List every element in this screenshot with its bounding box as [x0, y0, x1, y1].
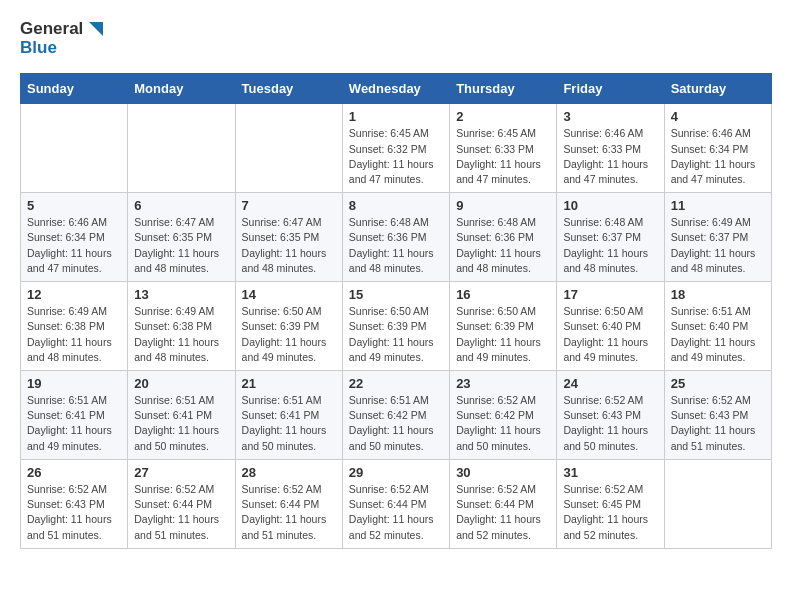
calendar-cell: 28Sunrise: 6:52 AM Sunset: 6:44 PM Dayli…	[235, 459, 342, 548]
day-info: Sunrise: 6:52 AM Sunset: 6:44 PM Dayligh…	[242, 482, 336, 543]
day-number: 21	[242, 376, 336, 391]
calendar-cell	[21, 104, 128, 193]
day-info: Sunrise: 6:49 AM Sunset: 6:38 PM Dayligh…	[27, 304, 121, 365]
calendar-cell	[235, 104, 342, 193]
day-number: 14	[242, 287, 336, 302]
logo-blue-text: Blue	[20, 39, 103, 58]
calendar-cell: 27Sunrise: 6:52 AM Sunset: 6:44 PM Dayli…	[128, 459, 235, 548]
calendar-week-row: 26Sunrise: 6:52 AM Sunset: 6:43 PM Dayli…	[21, 459, 772, 548]
day-number: 11	[671, 198, 765, 213]
calendar-cell: 22Sunrise: 6:51 AM Sunset: 6:42 PM Dayli…	[342, 371, 449, 460]
logo-triangle-icon	[85, 20, 103, 38]
day-info: Sunrise: 6:50 AM Sunset: 6:39 PM Dayligh…	[456, 304, 550, 365]
day-info: Sunrise: 6:52 AM Sunset: 6:42 PM Dayligh…	[456, 393, 550, 454]
calendar-cell: 7Sunrise: 6:47 AM Sunset: 6:35 PM Daylig…	[235, 193, 342, 282]
logo-general-text: General	[20, 20, 83, 39]
day-number: 27	[134, 465, 228, 480]
day-number: 4	[671, 109, 765, 124]
calendar-cell: 9Sunrise: 6:48 AM Sunset: 6:36 PM Daylig…	[450, 193, 557, 282]
weekday-header-cell: Saturday	[664, 74, 771, 104]
day-info: Sunrise: 6:51 AM Sunset: 6:41 PM Dayligh…	[27, 393, 121, 454]
day-info: Sunrise: 6:48 AM Sunset: 6:36 PM Dayligh…	[456, 215, 550, 276]
calendar-cell	[664, 459, 771, 548]
day-info: Sunrise: 6:51 AM Sunset: 6:42 PM Dayligh…	[349, 393, 443, 454]
calendar-cell: 4Sunrise: 6:46 AM Sunset: 6:34 PM Daylig…	[664, 104, 771, 193]
calendar-cell: 17Sunrise: 6:50 AM Sunset: 6:40 PM Dayli…	[557, 282, 664, 371]
calendar-week-row: 1Sunrise: 6:45 AM Sunset: 6:32 PM Daylig…	[21, 104, 772, 193]
calendar-cell: 26Sunrise: 6:52 AM Sunset: 6:43 PM Dayli…	[21, 459, 128, 548]
calendar-cell: 15Sunrise: 6:50 AM Sunset: 6:39 PM Dayli…	[342, 282, 449, 371]
day-info: Sunrise: 6:50 AM Sunset: 6:39 PM Dayligh…	[349, 304, 443, 365]
day-number: 3	[563, 109, 657, 124]
day-info: Sunrise: 6:51 AM Sunset: 6:40 PM Dayligh…	[671, 304, 765, 365]
calendar-cell: 18Sunrise: 6:51 AM Sunset: 6:40 PM Dayli…	[664, 282, 771, 371]
day-number: 1	[349, 109, 443, 124]
day-number: 26	[27, 465, 121, 480]
day-info: Sunrise: 6:45 AM Sunset: 6:32 PM Dayligh…	[349, 126, 443, 187]
day-info: Sunrise: 6:50 AM Sunset: 6:40 PM Dayligh…	[563, 304, 657, 365]
day-info: Sunrise: 6:52 AM Sunset: 6:44 PM Dayligh…	[349, 482, 443, 543]
day-number: 17	[563, 287, 657, 302]
logo: General Blue	[20, 20, 103, 57]
calendar-cell: 25Sunrise: 6:52 AM Sunset: 6:43 PM Dayli…	[664, 371, 771, 460]
day-info: Sunrise: 6:52 AM Sunset: 6:44 PM Dayligh…	[456, 482, 550, 543]
day-number: 16	[456, 287, 550, 302]
calendar-week-row: 5Sunrise: 6:46 AM Sunset: 6:34 PM Daylig…	[21, 193, 772, 282]
calendar-cell: 12Sunrise: 6:49 AM Sunset: 6:38 PM Dayli…	[21, 282, 128, 371]
day-number: 18	[671, 287, 765, 302]
day-number: 31	[563, 465, 657, 480]
day-number: 15	[349, 287, 443, 302]
day-number: 5	[27, 198, 121, 213]
day-number: 19	[27, 376, 121, 391]
day-number: 12	[27, 287, 121, 302]
day-number: 10	[563, 198, 657, 213]
day-number: 13	[134, 287, 228, 302]
calendar-cell: 23Sunrise: 6:52 AM Sunset: 6:42 PM Dayli…	[450, 371, 557, 460]
weekday-header-cell: Sunday	[21, 74, 128, 104]
calendar-cell: 29Sunrise: 6:52 AM Sunset: 6:44 PM Dayli…	[342, 459, 449, 548]
day-number: 29	[349, 465, 443, 480]
day-number: 30	[456, 465, 550, 480]
calendar-cell: 24Sunrise: 6:52 AM Sunset: 6:43 PM Dayli…	[557, 371, 664, 460]
day-number: 8	[349, 198, 443, 213]
day-number: 2	[456, 109, 550, 124]
calendar-week-row: 12Sunrise: 6:49 AM Sunset: 6:38 PM Dayli…	[21, 282, 772, 371]
weekday-header-cell: Thursday	[450, 74, 557, 104]
calendar-cell: 30Sunrise: 6:52 AM Sunset: 6:44 PM Dayli…	[450, 459, 557, 548]
day-number: 7	[242, 198, 336, 213]
day-number: 9	[456, 198, 550, 213]
day-info: Sunrise: 6:48 AM Sunset: 6:37 PM Dayligh…	[563, 215, 657, 276]
day-info: Sunrise: 6:52 AM Sunset: 6:43 PM Dayligh…	[27, 482, 121, 543]
calendar-cell	[128, 104, 235, 193]
day-info: Sunrise: 6:46 AM Sunset: 6:34 PM Dayligh…	[27, 215, 121, 276]
calendar-week-row: 19Sunrise: 6:51 AM Sunset: 6:41 PM Dayli…	[21, 371, 772, 460]
calendar-cell: 16Sunrise: 6:50 AM Sunset: 6:39 PM Dayli…	[450, 282, 557, 371]
calendar-cell: 6Sunrise: 6:47 AM Sunset: 6:35 PM Daylig…	[128, 193, 235, 282]
day-info: Sunrise: 6:50 AM Sunset: 6:39 PM Dayligh…	[242, 304, 336, 365]
calendar-cell: 20Sunrise: 6:51 AM Sunset: 6:41 PM Dayli…	[128, 371, 235, 460]
day-info: Sunrise: 6:47 AM Sunset: 6:35 PM Dayligh…	[242, 215, 336, 276]
calendar-cell: 31Sunrise: 6:52 AM Sunset: 6:45 PM Dayli…	[557, 459, 664, 548]
day-info: Sunrise: 6:51 AM Sunset: 6:41 PM Dayligh…	[134, 393, 228, 454]
calendar-cell: 21Sunrise: 6:51 AM Sunset: 6:41 PM Dayli…	[235, 371, 342, 460]
calendar-cell: 11Sunrise: 6:49 AM Sunset: 6:37 PM Dayli…	[664, 193, 771, 282]
day-info: Sunrise: 6:52 AM Sunset: 6:45 PM Dayligh…	[563, 482, 657, 543]
day-info: Sunrise: 6:45 AM Sunset: 6:33 PM Dayligh…	[456, 126, 550, 187]
day-info: Sunrise: 6:51 AM Sunset: 6:41 PM Dayligh…	[242, 393, 336, 454]
day-number: 25	[671, 376, 765, 391]
day-info: Sunrise: 6:49 AM Sunset: 6:37 PM Dayligh…	[671, 215, 765, 276]
svg-marker-0	[89, 22, 103, 36]
logo-container: General Blue	[20, 20, 103, 57]
day-info: Sunrise: 6:52 AM Sunset: 6:43 PM Dayligh…	[671, 393, 765, 454]
day-number: 22	[349, 376, 443, 391]
calendar-cell: 10Sunrise: 6:48 AM Sunset: 6:37 PM Dayli…	[557, 193, 664, 282]
day-number: 6	[134, 198, 228, 213]
day-info: Sunrise: 6:47 AM Sunset: 6:35 PM Dayligh…	[134, 215, 228, 276]
weekday-header-cell: Wednesday	[342, 74, 449, 104]
calendar-cell: 1Sunrise: 6:45 AM Sunset: 6:32 PM Daylig…	[342, 104, 449, 193]
weekday-header-cell: Friday	[557, 74, 664, 104]
header: General Blue	[20, 20, 772, 57]
calendar-cell: 14Sunrise: 6:50 AM Sunset: 6:39 PM Dayli…	[235, 282, 342, 371]
day-number: 23	[456, 376, 550, 391]
day-info: Sunrise: 6:46 AM Sunset: 6:33 PM Dayligh…	[563, 126, 657, 187]
